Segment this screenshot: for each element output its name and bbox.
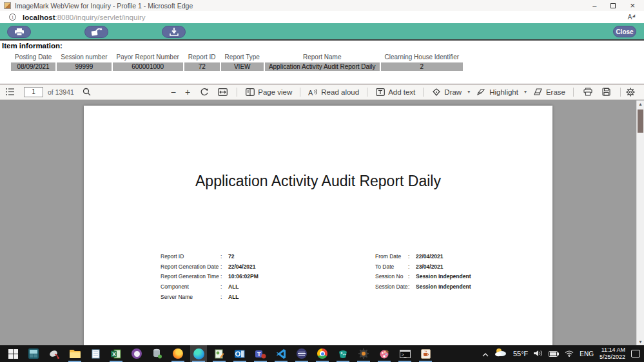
rotate-icon[interactable]: [199, 87, 209, 97]
field-row: Component:ALL: [161, 283, 259, 294]
url-text[interactable]: localhost:8080/inquiry/servlet/inquiry: [23, 14, 145, 21]
info-icon[interactable]: i: [9, 14, 16, 21]
cell-clearing-house-identifier: 2: [381, 62, 463, 71]
notepad-icon[interactable]: [87, 345, 104, 362]
svg-text:A: A: [308, 89, 313, 96]
taskbar: X T >_ 55°F ENG 11:14 AM5/25/2022: [0, 345, 644, 362]
favicon-icon: [4, 2, 11, 9]
pdf-canvas: Application Activity Audit Report Daily …: [0, 100, 636, 345]
teams-icon[interactable]: T: [252, 345, 269, 362]
download-button[interactable]: [162, 26, 186, 38]
github-icon[interactable]: [128, 345, 145, 362]
scroll-up-icon[interactable]: ▲: [637, 102, 644, 106]
paint-icon[interactable]: [376, 345, 393, 362]
column-header: Report ID: [184, 52, 220, 62]
vertical-scrollbar[interactable]: ▲ ▼: [636, 100, 644, 345]
file-explorer-icon[interactable]: [66, 345, 83, 362]
calculator-icon[interactable]: [25, 345, 42, 362]
tray-expand-icon[interactable]: [482, 348, 489, 359]
settings-gear-icon[interactable]: [625, 87, 635, 97]
column-header: Report Type: [221, 52, 264, 62]
column-header: Clearning House Identifier: [381, 52, 463, 62]
notification-icon[interactable]: [631, 350, 640, 357]
excel-icon[interactable]: X: [108, 345, 124, 362]
highlight-icon: [476, 87, 486, 97]
page-view-button[interactable]: Page view: [242, 86, 295, 98]
highlight-button[interactable]: Highlight ▾: [473, 86, 530, 98]
item-information-table: Posting Date Session number Payor Report…: [10, 52, 464, 71]
chevron-down-icon[interactable]: ▾: [467, 89, 470, 95]
scroll-down-icon[interactable]: ▼: [637, 339, 644, 344]
battery-icon[interactable]: [549, 348, 559, 359]
fit-width-icon[interactable]: [218, 87, 228, 97]
draw-icon: [431, 87, 441, 97]
java-app-icon[interactable]: [417, 345, 434, 362]
eclipse-icon[interactable]: [293, 345, 310, 362]
cell-session-number: 99999: [57, 62, 111, 71]
save-icon[interactable]: [601, 87, 611, 97]
system-tray: 55°F ENG 11:14 AM5/25/2022: [482, 347, 644, 361]
minimize-icon[interactable]: –: [592, 3, 596, 9]
maximize-icon[interactable]: [610, 3, 616, 8]
edge-window: ImageMark WebView for Inquiry - Profile …: [0, 0, 644, 362]
build-tool-icon[interactable]: [355, 345, 372, 362]
download-icon: [170, 28, 179, 36]
add-text-button[interactable]: Add text: [372, 86, 418, 98]
close-button[interactable]: Close: [613, 26, 636, 37]
firefox-icon[interactable]: [170, 345, 186, 362]
wifi-icon[interactable]: [565, 348, 574, 359]
scrollbar-thumb[interactable]: [638, 110, 643, 133]
read-aloud-button[interactable]: A Read aloud: [305, 86, 362, 98]
zoom-out-button[interactable]: −: [166, 87, 181, 97]
database-icon[interactable]: [149, 345, 166, 362]
cell-report-type: VIEW: [221, 62, 264, 71]
outlook-icon[interactable]: [231, 345, 248, 362]
close-window-icon[interactable]: ×: [630, 3, 635, 9]
document-fields-right: From Date:22/04/2021 To Date:23/04/2021 …: [375, 253, 471, 294]
print-button[interactable]: [7, 26, 31, 38]
field-row: Report Generation Time:10:06:02PM: [161, 273, 259, 283]
draw-button[interactable]: Draw ▾: [428, 86, 473, 98]
start-icon[interactable]: [5, 345, 21, 362]
field-row: Report ID:72: [161, 253, 259, 263]
weather-temperature[interactable]: 55°F: [513, 350, 528, 357]
language-indicator[interactable]: ENG: [580, 350, 594, 357]
address-bar[interactable]: i localhost:8080/inquiry/servlet/inquiry…: [0, 11, 644, 23]
column-header: Payor Report Number: [113, 52, 183, 62]
print-icon: [14, 28, 24, 36]
send-report-button[interactable]: [84, 26, 108, 38]
pdf-page: Application Activity Audit Report Daily …: [84, 106, 552, 345]
page-count-label: of 13941: [48, 88, 74, 96]
toc-icon[interactable]: [5, 87, 15, 97]
erase-button[interactable]: Erase: [530, 86, 569, 98]
remote-app-icon[interactable]: [46, 345, 63, 362]
chevron-down-icon[interactable]: ▾: [524, 89, 527, 95]
photo-editor-icon[interactable]: [211, 345, 228, 362]
print-icon[interactable]: [583, 87, 592, 97]
item-information-panel: Item information: Posting Date Session n…: [0, 41, 644, 84]
text-size-icon[interactable]: A◢: [628, 13, 638, 21]
pdf-toolbar: of 13941 − + Page view A Read aloud: [0, 84, 644, 100]
document-title: Application Activity Audit Report Daily: [84, 173, 552, 190]
field-row: Session No:Session Independent: [375, 273, 471, 283]
window-title: ImageMark WebView for Inquiry - Profile …: [15, 2, 193, 10]
zoom-in-button[interactable]: +: [181, 87, 195, 97]
teal-app-icon[interactable]: [335, 345, 351, 362]
document-fields-left: Report ID:72 Report Generation Date:22/0…: [161, 253, 259, 303]
search-icon[interactable]: [82, 87, 92, 97]
table-header-row: Posting Date Session number Payor Report…: [11, 52, 463, 62]
terminal-icon[interactable]: >_: [396, 345, 413, 362]
column-header: Report Name: [265, 52, 380, 62]
add-text-icon: [375, 87, 385, 97]
page-number-input[interactable]: [24, 87, 43, 97]
tray-date: 5/25/2022: [600, 354, 625, 360]
volume-icon[interactable]: [534, 348, 543, 359]
chrome-icon[interactable]: [314, 345, 331, 362]
field-row: Session Date:Session Independent: [375, 283, 471, 294]
weather-icon[interactable]: [494, 348, 507, 359]
cell-report-name: Application Activity Audit Report Daily: [265, 62, 380, 71]
clock[interactable]: 11:14 AM5/25/2022: [600, 347, 625, 361]
vscode-icon[interactable]: [273, 345, 289, 362]
field-row: To Date:23/04/2021: [375, 263, 471, 274]
edge-icon[interactable]: [190, 345, 207, 362]
